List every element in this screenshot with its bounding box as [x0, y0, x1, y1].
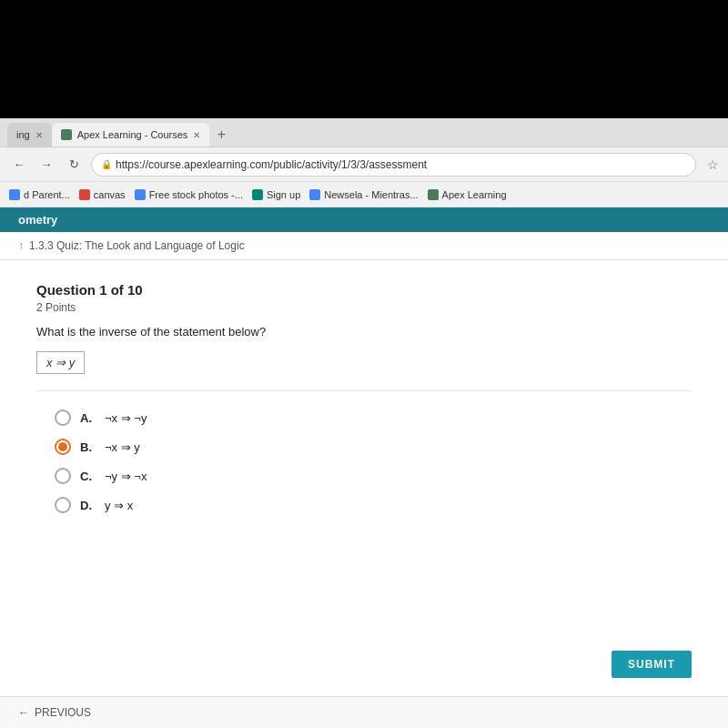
- option-b-text: ¬x ⇒ y: [105, 440, 140, 454]
- tab-favicon-2: [61, 129, 72, 140]
- tab-inactive-1[interactable]: ing ✕: [7, 123, 52, 147]
- address-bar-row: ← → ↻ 🔒 https://course.apexlearning.com/…: [0, 147, 728, 182]
- bookmark-favicon-3: [135, 189, 146, 200]
- bookmark-apex[interactable]: Apex Learning: [428, 189, 507, 200]
- bookmark-favicon-5: [309, 189, 320, 200]
- lock-icon: 🔒: [101, 159, 112, 169]
- previous-label: PREVIOUS: [35, 706, 91, 719]
- option-b-label: B.: [80, 440, 92, 454]
- previous-icon: ←: [18, 706, 29, 719]
- divider: [36, 390, 692, 391]
- bottom-nav[interactable]: ← PREVIOUS: [0, 696, 728, 728]
- question-points: 2 Points: [36, 301, 692, 314]
- option-a-label: A.: [80, 411, 92, 425]
- radio-a[interactable]: [55, 410, 71, 426]
- bookmark-favicon-6: [428, 189, 439, 200]
- bookmark-photos[interactable]: Free stock photos -...: [135, 189, 243, 200]
- address-text: https://course.apexlearning.com/public/a…: [116, 158, 427, 171]
- bookmark-label-5: Newsela - Mientras...: [324, 189, 418, 200]
- option-d-label: D.: [80, 499, 92, 512]
- expression-text: x ⇒ y: [46, 356, 75, 369]
- bookmark-parent[interactable]: d Parent...: [9, 189, 70, 200]
- tab-active-apex[interactable]: Apex Learning - Courses ✕: [52, 123, 210, 147]
- submit-area: SUBMIT: [0, 632, 728, 696]
- tab-close-1[interactable]: ✕: [35, 130, 43, 140]
- back-button[interactable]: ←: [9, 155, 29, 175]
- site-header: ometry: [0, 207, 728, 232]
- bookmark-favicon-1: [9, 189, 20, 200]
- options-list: A. ¬x ⇒ ¬y B. ¬x ⇒ y C. ¬y ⇒ ¬x D. y ⇒ x: [55, 410, 692, 513]
- bookmark-signup[interactable]: Sign up: [252, 189, 300, 200]
- radio-c[interactable]: [55, 468, 71, 484]
- refresh-button[interactable]: ↻: [64, 155, 84, 175]
- option-c[interactable]: C. ¬y ⇒ ¬x: [55, 468, 692, 484]
- option-a[interactable]: A. ¬x ⇒ ¬y: [55, 410, 692, 426]
- bookmark-newsela[interactable]: Newsela - Mientras...: [309, 189, 418, 200]
- question-header: Question 1 of 10: [36, 282, 692, 298]
- browser-window: ing ✕ Apex Learning - Courses ✕ + ← → ↻ …: [0, 118, 728, 728]
- site-header-label: ometry: [18, 213, 57, 227]
- expression-box: x ⇒ y: [36, 351, 85, 374]
- bookmark-label-2: canvas: [94, 189, 126, 200]
- radio-d[interactable]: [55, 497, 71, 513]
- option-b[interactable]: B. ¬x ⇒ y: [55, 439, 692, 455]
- bookmarks-bar: d Parent... canvas Free stock photos -..…: [0, 182, 728, 207]
- bookmark-label-1: d Parent...: [24, 189, 70, 200]
- option-c-text: ¬y ⇒ ¬x: [105, 470, 147, 483]
- breadcrumb-icon: ↑: [18, 239, 24, 252]
- submit-button[interactable]: SUBMIT: [612, 651, 692, 678]
- quiz-main: Question 1 of 10 2 Points What is the in…: [0, 260, 728, 632]
- question-text: What is the inverse of the statement bel…: [36, 325, 692, 339]
- breadcrumb-text: 1.3.3 Quiz: The Look and Language of Log…: [29, 239, 245, 252]
- bookmark-canvas[interactable]: canvas: [79, 189, 126, 200]
- page-content: ometry ↑ 1.3.3 Quiz: The Look and Langua…: [0, 207, 728, 728]
- tab-close-2[interactable]: ✕: [193, 130, 200, 140]
- bookmark-favicon-2: [79, 189, 90, 200]
- address-input[interactable]: 🔒 https://course.apexlearning.com/public…: [91, 153, 696, 177]
- forward-button[interactable]: →: [36, 155, 56, 175]
- bookmark-label-6: Apex Learning: [442, 189, 507, 200]
- new-tab-button[interactable]: +: [209, 123, 233, 147]
- tab-label-2: Apex Learning - Courses: [77, 129, 188, 140]
- option-c-label: C.: [80, 470, 92, 483]
- option-d[interactable]: D. y ⇒ x: [55, 497, 692, 513]
- bookmark-favicon-4: [252, 189, 263, 200]
- option-d-text: y ⇒ x: [105, 499, 133, 512]
- quiz-breadcrumb: ↑ 1.3.3 Quiz: The Look and Language of L…: [0, 232, 728, 260]
- bookmark-label-3: Free stock photos -...: [149, 189, 243, 200]
- bookmark-star-icon[interactable]: ☆: [707, 157, 719, 172]
- option-a-text: ¬x ⇒ ¬y: [105, 411, 147, 425]
- tab-bar: ing ✕ Apex Learning - Courses ✕ +: [0, 118, 728, 147]
- radio-b[interactable]: [55, 439, 71, 455]
- bookmark-label-4: Sign up: [267, 189, 300, 200]
- tab-label-1: ing: [16, 129, 30, 140]
